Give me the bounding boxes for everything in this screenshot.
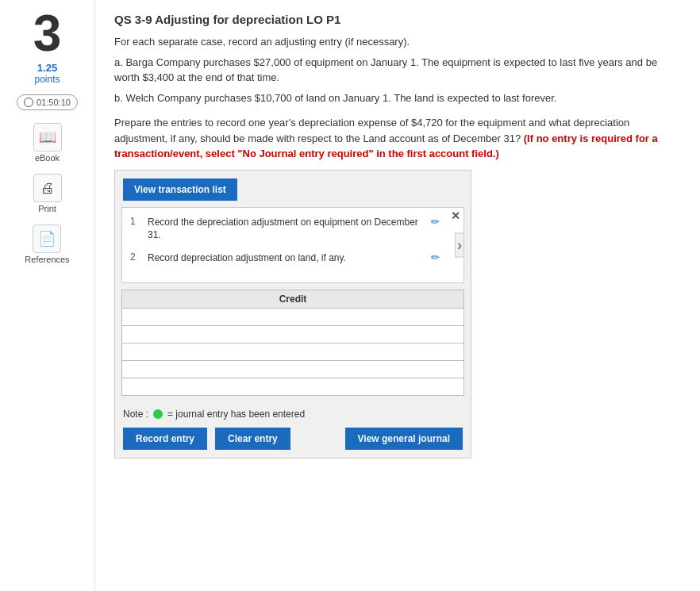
question-title: QS 3-9 Adjusting for depreciation LO P1 xyxy=(114,13,681,26)
credit-header: Credit xyxy=(122,290,464,308)
edit-icon-1[interactable]: ✏ xyxy=(431,216,440,228)
edit-icon-2[interactable]: ✏ xyxy=(431,251,440,263)
credit-input-4[interactable] xyxy=(122,361,463,378)
print-icon: 🖨 xyxy=(33,174,62,202)
chevron-right-icon[interactable]: › xyxy=(455,232,464,257)
view-transaction-button[interactable]: View transaction list xyxy=(123,178,237,201)
table-row xyxy=(122,325,464,343)
clear-entry-button[interactable]: Clear entry xyxy=(215,428,290,450)
table-row xyxy=(122,343,464,360)
entry-desc-1: Record the depreciation adjustment on eq… xyxy=(148,216,425,243)
references-label: References xyxy=(25,255,69,264)
sidebar-tool-print[interactable]: 🖨 Print xyxy=(33,174,62,213)
entry-number-2: 2 xyxy=(130,251,141,263)
transaction-panel: View transaction list ✕ 1 Record the dep… xyxy=(114,170,471,459)
main-content: QS 3-9 Adjusting for depreciation LO P1 … xyxy=(95,0,700,591)
timer-badge: 01:50:10 xyxy=(17,94,78,110)
references-icon: 📄 xyxy=(33,225,61,253)
credit-input-5[interactable] xyxy=(122,378,463,395)
credit-input-3[interactable] xyxy=(122,343,463,360)
note-label: Note : xyxy=(123,409,148,420)
print-label: Print xyxy=(38,204,56,213)
points-value: 1.25 xyxy=(37,62,57,74)
credit-section: Credit xyxy=(121,290,464,396)
sidebar: 3 1.25 points 01:50:10 📖 eBook 🖨 Print 📄… xyxy=(0,0,95,591)
timer-value: 01:50:10 xyxy=(37,98,71,107)
panel-inner: ✕ 1 Record the depreciation adjustment o… xyxy=(121,207,464,283)
intro-text: For each separate case, record an adjust… xyxy=(114,34,681,50)
credit-input-2[interactable] xyxy=(122,326,463,343)
note-dot-icon xyxy=(153,409,163,419)
bottom-buttons: Record entry Clear entry View general jo… xyxy=(115,423,471,458)
question-number: 3 xyxy=(33,8,62,59)
entry-desc-2: Record depreciation adjustment on land, … xyxy=(148,251,425,265)
credit-table: Credit xyxy=(121,290,464,396)
instruction-text: Prepare the entries to record one year's… xyxy=(114,115,681,162)
sidebar-tool-ebook[interactable]: 📖 eBook xyxy=(33,123,62,163)
question-body: For each separate case, record an adjust… xyxy=(114,34,681,106)
table-row xyxy=(122,308,464,325)
sidebar-tool-references[interactable]: 📄 References xyxy=(25,225,69,264)
ebook-icon: 📖 xyxy=(33,123,62,152)
view-general-journal-button[interactable]: View general journal xyxy=(345,428,463,450)
table-row: 1 Record the depreciation adjustment on … xyxy=(130,216,440,243)
record-entry-button[interactable]: Record entry xyxy=(123,428,207,450)
note-text: = journal entry has been entered xyxy=(167,409,305,420)
credit-input-1[interactable] xyxy=(122,309,463,325)
table-row xyxy=(122,360,464,378)
table-row xyxy=(122,378,464,395)
part-a-text: a. Barga Company purchases $27,000 of eq… xyxy=(114,55,681,86)
entry-number-1: 1 xyxy=(130,216,141,227)
note-row: Note : = journal entry has been entered xyxy=(115,402,471,423)
part-b-text: b. Welch Company purchases $10,700 of la… xyxy=(114,90,681,106)
timer-icon xyxy=(24,98,33,107)
journal-entries: 1 Record the depreciation adjustment on … xyxy=(122,208,463,282)
ebook-label: eBook xyxy=(35,153,60,163)
points-label: points xyxy=(34,74,60,85)
close-button[interactable]: ✕ xyxy=(451,209,460,222)
table-row: 2 Record depreciation adjustment on land… xyxy=(130,251,440,265)
points-section: 1.25 points xyxy=(34,62,60,85)
